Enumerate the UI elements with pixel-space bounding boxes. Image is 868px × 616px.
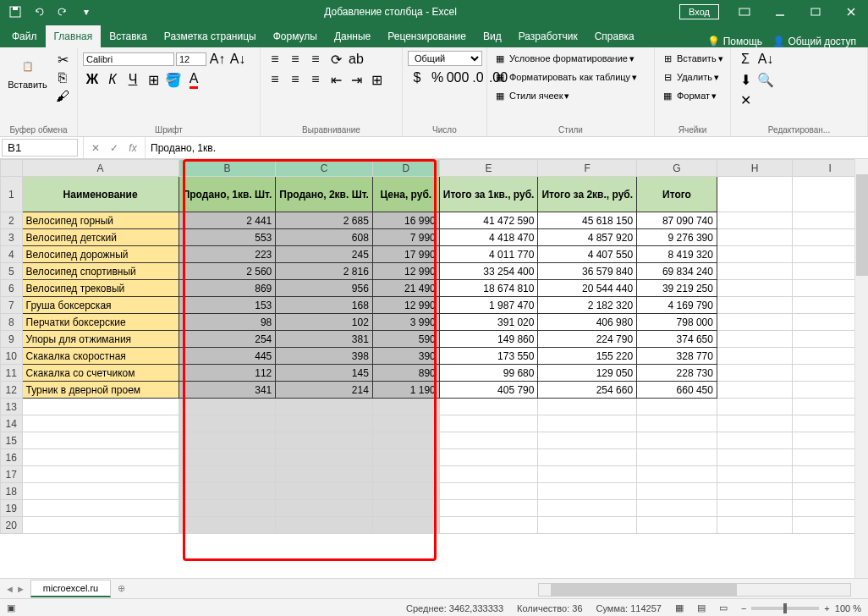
cell[interactable]: 374 650 [637,331,717,348]
header-cell[interactable]: Итого за 2кв., руб. [538,177,637,212]
cell[interactable]: 245 [276,246,373,263]
header-cell[interactable]: Наименование [22,177,179,212]
cell[interactable] [439,399,538,415]
row-header[interactable]: 5 [1,263,23,280]
cell[interactable] [637,466,717,483]
cell[interactable] [637,483,717,500]
tab-layout[interactable]: Разметка страницы [156,25,265,47]
cell[interactable]: 2 816 [276,263,373,280]
spreadsheet-grid[interactable]: A B C D E F G H I 1 Наименование Продано… [0,159,868,534]
align-right-icon[interactable]: ≡ [306,71,325,88]
cell[interactable] [22,466,179,483]
sort-filter-icon[interactable]: A↓ [756,51,775,68]
vertical-scrollbar[interactable] [854,159,868,578]
row-header[interactable]: 15 [1,432,23,449]
cell[interactable]: Велосипед дорожный [22,246,179,263]
cell[interactable] [276,517,373,534]
tab-home[interactable]: Главная [46,25,102,47]
cell[interactable] [276,449,373,466]
cell[interactable] [538,483,637,500]
close-icon[interactable] [834,0,868,24]
row-header[interactable]: 17 [1,466,23,483]
paste-button[interactable]: 📋 Вставить [5,51,50,91]
cell[interactable]: 4 418 470 [439,229,538,246]
tab-view[interactable]: Вид [475,25,510,47]
row-header[interactable]: 1 [1,177,23,212]
select-all-corner[interactable] [1,160,23,177]
cell[interactable]: Велосипед горный [22,212,179,229]
row-header[interactable]: 12 [1,382,23,399]
row-header[interactable]: 7 [1,297,23,314]
conditional-format-button[interactable]: ▦Условное форматирование ▾ [492,51,635,66]
cell[interactable] [372,483,439,500]
header-cell[interactable]: Продано, 1кв. Шт. [179,177,276,212]
cell[interactable] [179,517,276,534]
cell[interactable]: 214 [276,382,373,399]
cell[interactable]: 41 472 590 [439,212,538,229]
cell[interactable]: 391 020 [439,314,538,331]
indent-decrease-icon[interactable]: ⇤ [327,71,345,88]
cell[interactable]: 254 [179,331,276,348]
cell[interactable] [276,500,373,517]
header-cell[interactable]: Итого [637,177,717,212]
tab-data[interactable]: Данные [326,25,379,47]
cell[interactable] [717,382,792,399]
col-header-E[interactable]: E [439,160,538,177]
font-size-input[interactable] [176,52,206,66]
decrease-font-icon[interactable]: A↓ [228,51,247,68]
cell[interactable]: 145 [276,365,373,382]
cell[interactable] [439,483,538,500]
cell[interactable] [439,500,538,517]
format-painter-icon[interactable]: 🖌 [53,88,72,105]
row-header[interactable]: 19 [1,500,23,517]
percent-icon[interactable]: % [428,69,447,86]
row-header[interactable]: 6 [1,280,23,297]
italic-icon[interactable]: К [103,71,122,88]
cell[interactable]: Велосипед спортивный [22,263,179,280]
header-cell[interactable]: Итого за 1кв., руб. [439,177,538,212]
row-header[interactable]: 2 [1,212,23,229]
row-header[interactable]: 16 [1,449,23,466]
cell[interactable] [717,212,792,229]
cell[interactable]: 2 560 [179,263,276,280]
cell[interactable]: Велосипед трековый [22,280,179,297]
cell[interactable]: Скакалка скоростная [22,348,179,365]
cell[interactable]: 102 [276,314,373,331]
cell[interactable] [179,466,276,483]
cell[interactable] [637,500,717,517]
cell[interactable] [717,399,792,415]
tab-formulas[interactable]: Формулы [265,25,326,47]
font-color-icon[interactable]: A [184,71,203,88]
cell[interactable]: 869 [179,280,276,297]
zoom-slider[interactable] [751,607,819,610]
cell[interactable]: 254 660 [538,382,637,399]
col-header-A[interactable]: A [22,160,179,177]
cell[interactable] [372,432,439,449]
cell[interactable] [372,415,439,432]
cell[interactable] [276,432,373,449]
col-header-F[interactable]: F [538,160,637,177]
cell[interactable] [637,449,717,466]
cell[interactable] [717,449,792,466]
row-header[interactable]: 11 [1,365,23,382]
font-name-input[interactable] [83,52,174,66]
cell[interactable]: Скакалка со счетчиком [22,365,179,382]
cell[interactable] [372,399,439,415]
cell[interactable]: 36 579 840 [538,263,637,280]
cell[interactable] [179,399,276,415]
zoom-in-icon[interactable]: + [824,603,829,613]
header-cell[interactable]: Цена, руб. [372,177,439,212]
cell[interactable] [276,483,373,500]
fill-color-icon[interactable]: 🪣 [164,71,183,88]
cell[interactable]: Турник в дверной проем [22,382,179,399]
cell[interactable]: 12 990 [372,263,439,280]
tab-review[interactable]: Рецензирование [379,25,475,47]
cell[interactable]: 3 990 [372,314,439,331]
cell[interactable] [637,432,717,449]
tab-insert[interactable]: Вставка [101,25,156,47]
cell[interactable]: 405 790 [439,382,538,399]
col-header-C[interactable]: C [276,160,373,177]
cell[interactable] [179,449,276,466]
cell[interactable]: 7 990 [372,229,439,246]
cell[interactable] [22,432,179,449]
